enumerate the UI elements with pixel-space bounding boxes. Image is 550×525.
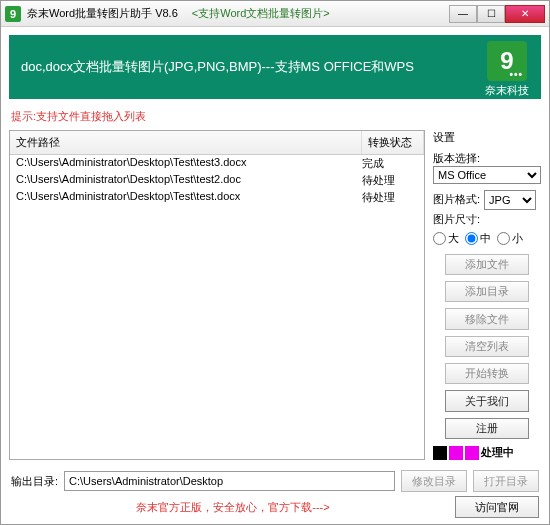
open-dir-button[interactable]: 打开目录 xyxy=(473,470,539,492)
format-select[interactable]: JPG xyxy=(484,190,536,210)
swatch-black-icon xyxy=(433,446,447,460)
settings-panel: 设置 版本选择: MS Office 图片格式: JPG 图片尺寸: 大 中 小… xyxy=(433,130,541,460)
window-title: 奈末Word批量转图片助手 V8.6 xyxy=(27,6,178,21)
table-row: C:\Users\Administrator\Desktop\Test\test… xyxy=(10,189,424,206)
col-header-path[interactable]: 文件路径 xyxy=(10,131,362,154)
cell-status: 待处理 xyxy=(362,190,418,205)
clear-list-button[interactable]: 清空列表 xyxy=(445,336,529,357)
app-icon: 9 xyxy=(5,6,21,22)
brand: 9••• 奈末科技 xyxy=(485,41,529,98)
file-list: 文件路径 转换状态 C:\Users\Administrator\Desktop… xyxy=(9,130,425,460)
maximize-button[interactable]: ☐ xyxy=(477,5,505,23)
cell-path: C:\Users\Administrator\Desktop\Test\test… xyxy=(16,190,362,205)
size-radios: 大 中 小 xyxy=(433,231,541,246)
size-mid[interactable]: 中 xyxy=(465,231,491,246)
col-header-status[interactable]: 转换状态 xyxy=(362,131,424,154)
titlebar: 9 奈末Word批量转图片助手 V8.6 <支持Word文档批量转图片> — ☐… xyxy=(1,1,549,27)
version-select[interactable]: MS Office xyxy=(433,166,541,184)
drag-hint: 提示:支持文件直接拖入列表 xyxy=(1,107,549,130)
add-dir-button[interactable]: 添加目录 xyxy=(445,281,529,302)
add-file-button[interactable]: 添加文件 xyxy=(445,254,529,275)
cell-path: C:\Users\Administrator\Desktop\Test\test… xyxy=(16,173,362,188)
close-button[interactable]: ✕ xyxy=(505,5,545,23)
remove-file-button[interactable]: 移除文件 xyxy=(445,308,529,329)
output-label: 输出目录: xyxy=(11,474,58,489)
brand-logo-icon: 9••• xyxy=(487,41,527,81)
legend-label: 处理中 xyxy=(481,445,514,460)
table-row: C:\Users\Administrator\Desktop\Test\test… xyxy=(10,172,424,189)
banner-text: doc,docx文档批量转图片(JPG,PNG,BMP)---支持MS OFFI… xyxy=(21,58,414,76)
size-big[interactable]: 大 xyxy=(433,231,459,246)
size-label: 图片尺寸: xyxy=(433,212,541,227)
swatch-magenta2-icon xyxy=(465,446,479,460)
register-button[interactable]: 注册 xyxy=(445,418,529,439)
start-convert-button[interactable]: 开始转换 xyxy=(445,363,529,384)
banner: doc,docx文档批量转图片(JPG,PNG,BMP)---支持MS OFFI… xyxy=(9,35,541,99)
brand-name: 奈末科技 xyxy=(485,83,529,98)
about-button[interactable]: 关于我们 xyxy=(445,390,529,411)
cell-status: 待处理 xyxy=(362,173,418,188)
cell-status: 完成 xyxy=(362,156,418,171)
official-text: 奈末官方正版，安全放心，官方下载---> xyxy=(11,500,455,515)
minimize-button[interactable]: — xyxy=(449,5,477,23)
table-row: C:\Users\Administrator\Desktop\Test\test… xyxy=(10,155,424,172)
window-subtitle: <支持Word文档批量转图片> xyxy=(192,6,330,21)
visit-site-button[interactable]: 访问官网 xyxy=(455,496,539,518)
output-row: 输出目录: 修改目录 打开目录 xyxy=(1,466,549,494)
modify-dir-button[interactable]: 修改目录 xyxy=(401,470,467,492)
cell-path: C:\Users\Administrator\Desktop\Test\test… xyxy=(16,156,362,171)
status-legend: 处理中 xyxy=(433,445,541,460)
settings-title: 设置 xyxy=(433,130,541,145)
output-path-input[interactable] xyxy=(64,471,395,491)
version-label: 版本选择: xyxy=(433,151,541,166)
list-body[interactable]: C:\Users\Administrator\Desktop\Test\test… xyxy=(10,155,424,459)
size-small[interactable]: 小 xyxy=(497,231,523,246)
app-window: 9 奈末Word批量转图片助手 V8.6 <支持Word文档批量转图片> — ☐… xyxy=(0,0,550,525)
format-label: 图片格式: xyxy=(433,192,480,207)
swatch-magenta-icon xyxy=(449,446,463,460)
